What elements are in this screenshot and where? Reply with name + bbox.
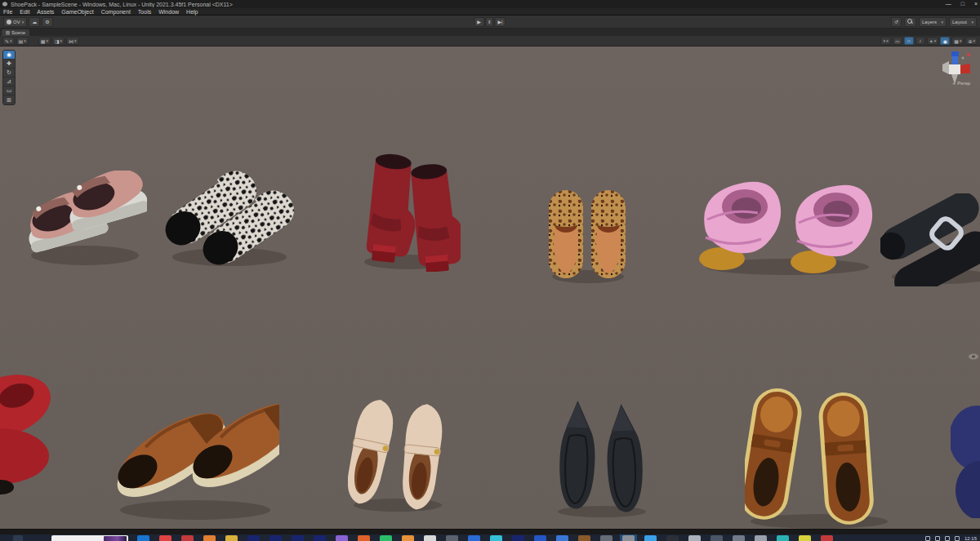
taskbar-app-icon[interactable] xyxy=(777,535,789,541)
shoe-cream-maryjane-heels[interactable] xyxy=(348,397,448,515)
taskbar-app-icon[interactable] xyxy=(512,535,524,541)
tray-icon[interactable] xyxy=(955,536,960,541)
move-tool-button[interactable]: ✚ xyxy=(3,60,15,69)
taskbar-app-icon[interactable] xyxy=(137,535,149,541)
taskbar-app-icon[interactable] xyxy=(710,535,723,541)
taskbar-app-icon[interactable] xyxy=(446,535,458,541)
shoe-brown-penny-loafers[interactable] xyxy=(745,386,893,529)
persp-label[interactable]: ◄ Persp xyxy=(951,81,970,86)
taskbar-app-icon[interactable] xyxy=(402,535,414,541)
rect-tool-button[interactable]: ▭ xyxy=(3,86,15,95)
scene-viewport[interactable]: ◉✚↻⊿▭⊞ ◄ Persp xyxy=(0,47,980,529)
services-button[interactable]: ⚙ xyxy=(42,17,52,27)
taskbar-app-icon[interactable] xyxy=(292,535,304,541)
tab-scene[interactable]: Scene xyxy=(2,29,29,36)
taskbar-app-icon[interactable] xyxy=(666,535,679,541)
play-button[interactable]: ▶ xyxy=(474,17,484,27)
layout-dropdown[interactable]: Layout ▾ xyxy=(949,17,977,27)
shoe-black-buckle-shoes[interactable] xyxy=(880,193,980,286)
taskbar-app-icon[interactable] xyxy=(821,535,833,541)
2d-toggle[interactable]: ▭ xyxy=(893,37,902,45)
shoe-leopard-slide-sandals[interactable] xyxy=(547,188,629,285)
lighting-toggle[interactable]: ☼ xyxy=(904,37,914,45)
os-taskbar[interactable]: 12:15 xyxy=(0,534,980,541)
pause-button[interactable]: ‖ xyxy=(485,17,493,27)
menu-item-tools[interactable]: Tools xyxy=(138,9,151,15)
taskbar-app-icon[interactable] xyxy=(799,535,811,541)
taskbar-app-icon[interactable] xyxy=(159,535,172,541)
history-icon: ↺ xyxy=(894,19,898,24)
minimize-button[interactable]: — xyxy=(946,0,951,8)
shoe-pink-platform-maryjanes[interactable] xyxy=(23,171,147,270)
view-tool-button[interactable]: ◉ xyxy=(3,51,15,60)
undo-history-button[interactable]: ↺ xyxy=(891,17,902,27)
tray-icon[interactable] xyxy=(925,536,930,541)
audio-toggle[interactable]: ♪ xyxy=(915,37,925,45)
taskbar-app-icon[interactable] xyxy=(314,535,326,541)
taskbar-app-icon[interactable] xyxy=(733,535,745,541)
menu-item-gameobject[interactable]: GameObject xyxy=(61,9,93,15)
close-button[interactable]: × xyxy=(974,0,978,8)
taskbar-app-icon[interactable] xyxy=(225,535,238,541)
menu-item-window[interactable]: Window xyxy=(158,9,179,15)
step-button[interactable]: ▶| xyxy=(494,17,506,27)
shoe-black-pointed-flats[interactable] xyxy=(552,401,652,520)
taskbar-app-icon[interactable] xyxy=(424,535,436,541)
taskbar-app-icon[interactable] xyxy=(556,535,568,541)
shoe-red-partial-left[interactable] xyxy=(0,371,69,499)
tray-icon[interactable] xyxy=(945,536,950,541)
taskbar-search-input[interactable] xyxy=(51,535,128,541)
maximize-button[interactable]: □ xyxy=(961,0,964,8)
menu-item-assets[interactable]: Assets xyxy=(37,9,54,15)
menu-item-file[interactable]: File xyxy=(3,9,12,15)
shoe-leopard-ankle-boots[interactable] xyxy=(159,162,300,270)
taskbar-app-icon[interactable] xyxy=(247,535,260,541)
shoe-pink-puffy-boots[interactable] xyxy=(694,174,880,277)
chevron-down-icon: ▾ xyxy=(10,38,12,43)
taskbar-app-icon[interactable] xyxy=(578,535,590,541)
camera-toggle[interactable]: ◉ xyxy=(940,37,950,45)
scale-tool-button[interactable]: ⊿ xyxy=(3,78,15,86)
shoe-red-heeled-boots[interactable] xyxy=(358,149,461,272)
menu-item-help[interactable]: Help xyxy=(186,9,198,15)
snap-settings-icon: ◨ xyxy=(55,38,60,44)
cloud-button[interactable]: ☁ xyxy=(29,17,40,27)
taskbar-app-icon[interactable] xyxy=(688,535,701,541)
taskbar-app-icon[interactable] xyxy=(336,535,348,541)
shoe-navy-partial-right[interactable] xyxy=(951,402,980,518)
transform-tool-button[interactable]: ⊞ xyxy=(3,95,15,104)
taskbar-app-icon[interactable] xyxy=(622,535,635,541)
menu-item-edit[interactable]: Edit xyxy=(20,9,29,15)
taskbar-app-icon[interactable] xyxy=(468,535,480,541)
layers-dropdown[interactable]: Layers ▾ xyxy=(919,17,947,27)
taskbar-clock[interactable]: 12:15 xyxy=(964,535,977,541)
taskbar-app-icon[interactable] xyxy=(490,535,502,541)
grid-settings[interactable]: ▦▾ xyxy=(38,37,51,45)
shoe-brown-loafers[interactable] xyxy=(111,381,279,523)
menu-item-component[interactable]: Component xyxy=(101,9,131,15)
taskbar-app-icon[interactable] xyxy=(181,535,194,541)
unity-logo-icon xyxy=(2,2,7,7)
rotate-tool-button[interactable]: ↻ xyxy=(3,69,15,78)
snap-settings[interactable]: ◨▾ xyxy=(52,37,65,45)
tool-settings-2[interactable]: ▤▾ xyxy=(16,37,29,45)
tool-settings-1[interactable]: ✎▾ xyxy=(2,37,15,45)
taskbar-app-icon[interactable] xyxy=(600,535,612,541)
taskbar-app-icon[interactable] xyxy=(644,535,657,541)
main-toolbar: OV ▾ ☁ ⚙ ▶ ‖ ▶| ↺ xyxy=(0,16,980,29)
taskbar-app-icon[interactable] xyxy=(203,535,216,541)
taskbar-app-icon[interactable] xyxy=(358,535,370,541)
gizmos-dropdown[interactable]: ⊕▾ xyxy=(965,37,978,45)
grid-dropdown[interactable]: ▦▾ xyxy=(951,37,964,45)
taskbar-app-icon[interactable] xyxy=(380,535,392,541)
search-button[interactable] xyxy=(904,17,916,27)
taskbar-app-icon[interactable] xyxy=(534,535,546,541)
tray-icon[interactable] xyxy=(935,536,940,541)
taskbar-start-icon[interactable] xyxy=(13,535,23,541)
account-dropdown[interactable]: OV ▾ xyxy=(3,17,27,27)
effects-dropdown[interactable]: ✦▾ xyxy=(927,37,939,45)
shading-mode-button[interactable]: ◑▾ xyxy=(880,37,891,45)
taskbar-app-icon[interactable] xyxy=(755,535,767,541)
align-settings[interactable]: ⋈▾ xyxy=(66,37,79,45)
taskbar-app-icon[interactable] xyxy=(270,535,282,541)
